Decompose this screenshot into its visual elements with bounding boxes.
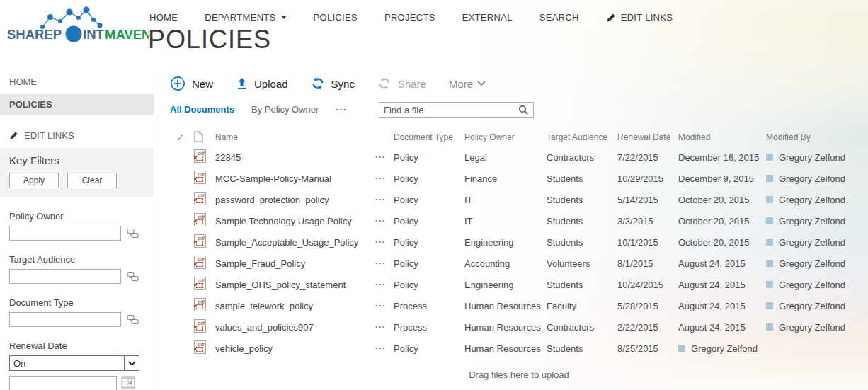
svg-text:MAVEN: MAVEN: [105, 27, 149, 42]
share-button[interactable]: Share: [377, 76, 426, 91]
apply-button[interactable]: Apply: [9, 173, 59, 188]
svg-text:SHAREP: SHAREP: [7, 27, 62, 42]
sync-button[interactable]: Sync: [311, 76, 355, 91]
search-button[interactable]: [518, 105, 533, 115]
table-row[interactable]: pdf values_and_policies907 ··· Process H…: [170, 316, 868, 338]
more-button[interactable]: More: [449, 78, 486, 90]
pdf-file-icon: pdf: [194, 213, 206, 226]
search-input[interactable]: [379, 105, 518, 115]
clear-button[interactable]: Clear: [67, 173, 117, 188]
table-row[interactable]: pdf Sample_Acceptable_Usage_Policy ··· P…: [170, 231, 868, 253]
presence-indicator: [766, 175, 773, 182]
policy-owner-field[interactable]: [9, 226, 121, 241]
header-modified[interactable]: Modified: [678, 132, 766, 142]
cell-target-audience: Students: [547, 343, 617, 354]
cell-target-audience: Faculty: [547, 301, 617, 311]
cell-policy-owner: IT: [464, 195, 547, 205]
cell-modified-by: Gregory Zelfond: [779, 280, 845, 290]
row-menu-icon[interactable]: ···: [375, 195, 394, 205]
sidebar-item-policies[interactable]: POLICIES: [0, 94, 154, 115]
file-name[interactable]: Sample_Fraud_Policy: [215, 258, 375, 269]
file-name[interactable]: values_and_policies907: [215, 322, 375, 333]
sidebar-edit-links[interactable]: EDIT LINKS: [9, 130, 144, 141]
nav-item-departments[interactable]: DEPARTMENTS: [205, 12, 286, 23]
cell-policy-owner: IT: [464, 216, 547, 226]
cell-target-audience: Students: [547, 173, 617, 184]
site-logo[interactable]: SHAREP INT MAVEN: [6, 3, 149, 45]
file-name[interactable]: Sample Technology Usage Policy: [215, 216, 375, 226]
nav-item-home[interactable]: HOME: [149, 12, 178, 23]
file-name[interactable]: 22845: [215, 152, 375, 163]
chevron-down-icon: [477, 81, 486, 86]
table-row[interactable]: pdf sample_telework_policy ··· Process H…: [170, 295, 868, 316]
row-menu-icon[interactable]: ···: [375, 301, 394, 311]
cell-target-audience: Volunteers: [547, 258, 617, 269]
row-menu-icon[interactable]: ···: [375, 152, 394, 162]
file-name[interactable]: Sample_Acceptable_Usage_Policy: [215, 237, 375, 248]
view-tabs: All Documents By Policy Owner ···: [170, 104, 347, 115]
new-button[interactable]: New: [170, 76, 213, 91]
date-picker-button[interactable]: [121, 376, 135, 390]
file-name[interactable]: MCC-Sample-Policy-Manual: [215, 173, 375, 184]
row-menu-icon[interactable]: ···: [375, 280, 394, 289]
target-audience-picker-button[interactable]: [127, 271, 139, 284]
row-menu-icon[interactable]: ···: [375, 216, 394, 226]
cell-modified: October 20, 2015: [678, 195, 766, 205]
cell-renewal-date: 5/14/2015: [617, 195, 678, 205]
cell-renewal-date: 7/22/2015: [617, 152, 678, 163]
table-row[interactable]: pdf 22845 ··· Policy Legal Contractors 7…: [170, 147, 868, 168]
policy-owner-picker-button[interactable]: [127, 228, 139, 241]
tab-all-documents[interactable]: All Documents: [170, 104, 234, 115]
document-type-picker-button[interactable]: [127, 314, 139, 327]
cell-modified-by: Gregory Zelfond: [779, 301, 845, 311]
table-row[interactable]: pdf MCC-Sample-Policy-Manual ··· Policy …: [170, 168, 868, 189]
header-renewal-date[interactable]: Renewal Date: [617, 132, 678, 142]
upload-button[interactable]: Upload: [236, 77, 288, 91]
table-row[interactable]: pdf vehicle_policy ··· Policy Human Reso…: [170, 338, 868, 359]
file-name[interactable]: sample_telework_policy: [215, 301, 375, 311]
header-document-type[interactable]: Document Type: [394, 132, 464, 142]
row-menu-icon[interactable]: ···: [375, 343, 394, 353]
select-all-checkmark[interactable]: ✓: [170, 132, 194, 143]
cell-document-type: Policy: [394, 258, 464, 269]
top-edit-links[interactable]: EDIT LINKS: [606, 12, 673, 23]
entity-picker-icon: [127, 271, 139, 282]
file-name[interactable]: vehicle_policy: [215, 343, 375, 354]
nav-item-projects[interactable]: PROJECTS: [384, 12, 435, 23]
document-type-field[interactable]: [9, 312, 121, 327]
row-menu-icon[interactable]: ···: [375, 237, 394, 247]
file-name[interactable]: Sample_OHS_policy_statement: [215, 280, 375, 290]
table-row[interactable]: pdf Sample_Fraud_Policy ··· Policy Accou…: [170, 253, 868, 274]
pdf-file-icon: pdf: [194, 256, 206, 269]
tab-by-policy-owner[interactable]: By Policy Owner: [251, 104, 319, 115]
row-menu-icon[interactable]: ···: [375, 258, 394, 268]
entity-picker-icon: [127, 228, 139, 239]
cell-modified: October 20, 2015: [678, 237, 766, 248]
cell-modified-by: Gregory Zelfond: [691, 343, 758, 354]
cell-renewal-date: 10/1/2015: [617, 237, 678, 248]
sidebar-item-home[interactable]: HOME: [0, 71, 154, 94]
table-row[interactable]: pdf Sample Technology Usage Policy ··· P…: [170, 210, 868, 231]
header-modified-by[interactable]: Modified By: [766, 132, 868, 142]
renewal-date-select[interactable]: On: [9, 355, 139, 371]
header-target-audience[interactable]: Target Audience: [547, 132, 617, 142]
file-name[interactable]: password_protection_policy: [215, 195, 375, 205]
target-audience-field[interactable]: [9, 269, 121, 284]
presence-indicator: [766, 196, 773, 203]
table-row[interactable]: pdf Sample_OHS_policy_statement ··· Poli…: [170, 274, 868, 295]
cell-target-audience: Contractors: [547, 322, 617, 333]
view-menu-icon[interactable]: ···: [336, 104, 347, 115]
policy-owner-label: Policy Owner: [9, 211, 144, 222]
row-menu-icon[interactable]: ···: [375, 322, 394, 332]
cell-modified: December 16, 2015: [678, 152, 766, 163]
nav-item-search[interactable]: SEARCH: [539, 12, 579, 23]
nav-item-policies[interactable]: POLICIES: [314, 12, 358, 23]
renewal-date-input[interactable]: [9, 376, 117, 390]
row-menu-icon[interactable]: ···: [375, 173, 394, 183]
nav-item-external[interactable]: EXTERNAL: [462, 12, 513, 23]
table-row[interactable]: pdf password_protection_policy ··· Polic…: [170, 189, 868, 210]
presence-indicator: [678, 345, 685, 352]
header-name[interactable]: Name: [215, 132, 375, 142]
header-policy-owner[interactable]: Policy Owner: [464, 132, 547, 142]
select-chevron[interactable]: [124, 356, 139, 370]
